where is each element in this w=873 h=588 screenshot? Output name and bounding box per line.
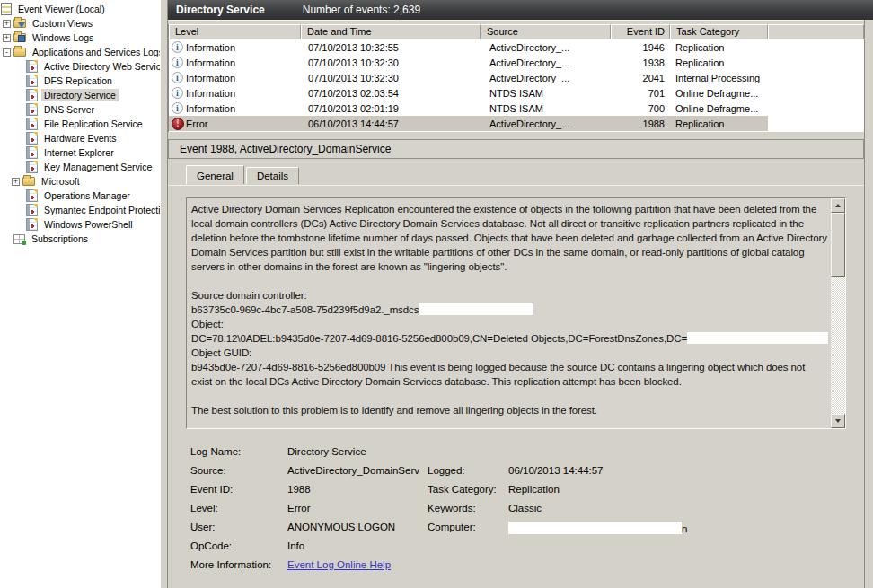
closing-paragraph: The best solution to this problem is to … xyxy=(191,403,828,417)
tree-pane-splitter[interactable] xyxy=(160,0,168,588)
custom-views-folder-icon xyxy=(13,19,26,28)
preview-pane-splitter[interactable] xyxy=(168,132,864,139)
tree-item-windows-logs[interactable]: Windows Logs xyxy=(0,31,160,45)
event-row[interactable]: Information 07/10/2013 02:01:19 NTDS ISA… xyxy=(169,101,864,116)
event-row-selected[interactable]: Error 06/10/2013 14:44:57 ActiveDirector… xyxy=(169,116,864,131)
tree-item-microsoft[interactable]: Microsoft xyxy=(0,174,160,189)
tree-item-subscriptions[interactable]: Subscriptions xyxy=(0,232,160,246)
description-scrollbar[interactable] xyxy=(831,198,845,428)
tab-general[interactable]: General xyxy=(186,165,244,184)
tree-item-label: Internet Explorer xyxy=(41,146,117,159)
scroll-down-icon[interactable] xyxy=(831,414,845,428)
column-header-event-id[interactable]: Event ID xyxy=(611,24,670,39)
field-label: Logged: xyxy=(428,465,508,476)
event-id-cell: 700 xyxy=(611,103,670,114)
tree-item-label: Custom Views xyxy=(30,17,95,30)
tree-item-operations-manager[interactable]: Operations Manager xyxy=(0,189,160,203)
field-label: OpCode: xyxy=(190,540,287,551)
tree-item-symantec-endpoint-protection[interactable]: Symantec Endpoint Protecti xyxy=(0,203,160,217)
datetime-cell: 06/10/2013 14:44:57 xyxy=(301,118,481,129)
event-viewer-window: Event Viewer (Local) Custom Views Window… xyxy=(0,0,873,588)
event-detail-title: Event 1988, ActiveDirectory_DomainServic… xyxy=(168,139,864,159)
event-log-icon xyxy=(26,189,38,202)
actions-pane-edge xyxy=(864,20,873,588)
redaction-box xyxy=(687,332,828,344)
event-row[interactable]: Information 07/10/2013 02:03:54 NTDS ISA… xyxy=(169,85,864,101)
datetime-cell: 07/10/2013 02:01:19 xyxy=(301,103,481,114)
source-dc-value: b63735c0-969c-4bc7-a508-75d239f5d9a2._ms… xyxy=(191,304,419,315)
field-label: More Information: xyxy=(190,559,287,570)
tree-item-hardware-events[interactable]: Hardware Events xyxy=(0,131,160,145)
event-row[interactable]: Information 07/10/2013 10:32:55 ActiveDi… xyxy=(169,39,864,55)
tree-item-label: Subscriptions xyxy=(29,233,91,245)
tree-item-label: Windows PowerShell xyxy=(41,218,136,231)
object-guid-paragraph: b9435d0e-7207-4d69-8816-5256ed800b09 Thi… xyxy=(191,360,828,389)
computer-visible-tail: n xyxy=(682,523,687,534)
tree-item-internet-explorer[interactable]: Internet Explorer xyxy=(0,145,160,160)
datetime-cell: 07/10/2013 10:32:55 xyxy=(301,42,481,53)
event-log-icon xyxy=(26,89,38,101)
event-log-icon xyxy=(26,218,38,231)
tree-item-event-viewer-local[interactable]: Event Viewer (Local) xyxy=(0,2,160,16)
tree-item-custom-views[interactable]: Custom Views xyxy=(0,16,160,31)
log-name-value: Directory Service xyxy=(287,446,428,457)
event-row[interactable]: Information 07/10/2013 10:32:30 ActiveDi… xyxy=(169,55,864,70)
field-label: Log Name: xyxy=(190,446,287,457)
logged-value: 06/10/2013 14:44:57 xyxy=(508,465,846,476)
log-title: Directory Service xyxy=(176,4,265,16)
column-header-date-and-time[interactable]: Date and Time xyxy=(301,24,481,39)
column-header-level[interactable]: Level xyxy=(169,24,301,39)
expand-icon[interactable] xyxy=(12,178,20,186)
level-cell: Information xyxy=(186,103,235,114)
information-icon xyxy=(172,41,183,53)
tree-item-directory-service[interactable]: Directory Service xyxy=(0,88,160,102)
event-detail-pane: Event 1988, ActiveDirectory_DomainServic… xyxy=(168,139,864,588)
object-value: DC=78.12\0ADEL:b9435d0e-7207-4d69-8816-5… xyxy=(191,333,687,344)
event-viewer-icon xyxy=(1,3,12,15)
expand-icon[interactable] xyxy=(3,20,11,28)
keywords-value: Classic xyxy=(508,503,846,513)
event-log-icon xyxy=(26,118,38,130)
computer-value: n xyxy=(508,522,846,534)
column-header-source[interactable]: Source xyxy=(481,24,611,39)
tree-item-windows-powershell[interactable]: Windows PowerShell xyxy=(0,217,160,232)
information-icon xyxy=(172,57,183,68)
folder-icon xyxy=(13,48,26,57)
source-value: ActiveDirectory_DomainServ xyxy=(287,465,428,476)
log-header-bar: Directory Service Number of events: 2,63… xyxy=(168,0,873,20)
event-description-text: Active Directory Domain Services Replica… xyxy=(187,198,830,428)
tree-item-applications-and-services-logs[interactable]: Applications and Services Logs xyxy=(0,45,160,59)
event-row[interactable]: Information 07/10/2013 10:32:30 ActiveDi… xyxy=(169,70,864,85)
event-id-cell: 1946 xyxy=(611,42,670,53)
information-icon xyxy=(172,87,183,99)
tree-item-key-management-service[interactable]: Key Management Service xyxy=(0,160,160,174)
information-icon xyxy=(172,72,183,83)
source-cell: ActiveDirectory_... xyxy=(481,57,611,68)
event-log-icon xyxy=(26,204,38,216)
field-label: Keywords: xyxy=(428,503,508,513)
event-log-icon xyxy=(26,103,38,116)
source-dc-label: Source domain controller: xyxy=(191,288,828,303)
column-header-task-category[interactable]: Task Category xyxy=(670,24,768,39)
event-properties: Log Name: Directory Service Source: Acti… xyxy=(190,446,846,578)
scroll-up-icon[interactable] xyxy=(831,198,845,213)
collapse-icon[interactable] xyxy=(3,48,11,57)
level-value: Error xyxy=(287,503,428,513)
scrollbar-thumb[interactable] xyxy=(831,213,845,277)
event-log-icon xyxy=(26,60,38,73)
source-cell: ActiveDirectory_... xyxy=(481,73,611,83)
windows-logs-folder-icon xyxy=(13,33,26,42)
tree-item-dns-server[interactable]: DNS Server xyxy=(0,102,160,117)
task-category-cell: Online Defragme... xyxy=(670,88,768,99)
tree-item-file-replication-service[interactable]: File Replication Service xyxy=(0,117,160,131)
tree-item-label: Directory Service xyxy=(41,89,119,101)
tree-item-active-directory-web-services[interactable]: Active Directory Web Servic xyxy=(0,59,160,74)
source-cell: NTDS ISAM xyxy=(481,88,611,99)
tab-details[interactable]: Details xyxy=(246,167,299,184)
task-category-cell: Internal Processing xyxy=(670,73,768,83)
tree-item-dfs-replication[interactable]: DFS Replication xyxy=(0,74,160,88)
expand-icon[interactable] xyxy=(3,34,11,42)
subscriptions-icon xyxy=(13,234,25,244)
event-log-online-help-link[interactable]: Event Log Online Help xyxy=(287,559,391,570)
event-id-cell: 2041 xyxy=(611,73,670,83)
